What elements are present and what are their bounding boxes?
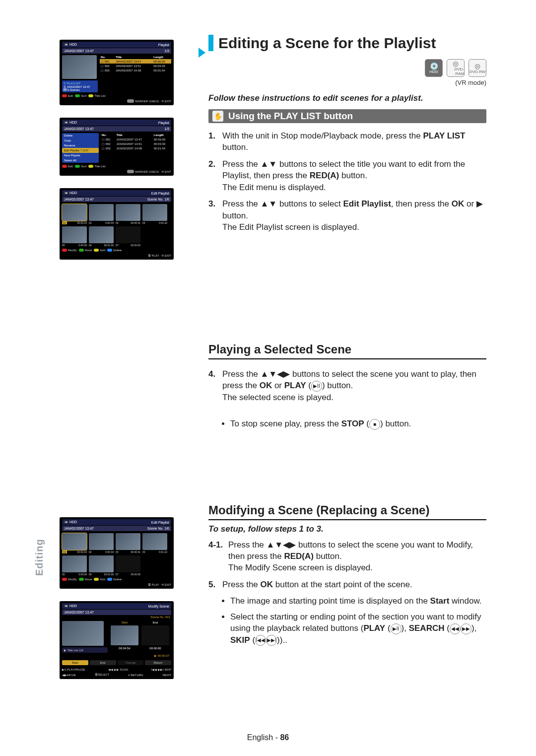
mode-icon-dvdram: ◎DVD-RAM	[447, 59, 465, 77]
osd-hdd: 📼 HDD	[64, 43, 77, 47]
osd-editplaylist-grid: 📼 HDD Edit Playlist JAN/02/2007 13:47 Sc…	[60, 188, 174, 260]
osd-title-table: No.TitleLength ▢ 001JAN/02/2007 13:4700:…	[100, 55, 171, 72]
osd-editmenu: 📼 HDD Playlist JAN/02/2007 13:47 1/3 Del…	[60, 118, 174, 176]
mode-row: 💿HDD ◎DVD-RAM ◎DVD-RW (VR mode)	[208, 59, 486, 86]
search-fwd-icon: ▶▶	[461, 623, 471, 634]
side-tab-editing: Editing	[34, 539, 45, 576]
page-root: Editing 📼 HDD Playlist JAN/02/2007 13:47…	[0, 0, 536, 756]
play-icon: ▶II	[311, 381, 322, 392]
play-icon: ▶II	[391, 623, 402, 634]
bullets-modifying: The image and starting point time is dis…	[230, 595, 486, 646]
mode-icon-dvdrw: ◎DVD-RW	[469, 59, 486, 77]
skip-rev-icon: I◀◀	[255, 635, 266, 646]
steps-4-1-5: 4-1. Press the ▲▼◀▶ buttons to select th…	[208, 539, 486, 591]
search-rev-icon: ◀◀	[450, 623, 461, 634]
osd-editplaylist-grid2: 📼 HDD Edit Playlist JAN/02/2007 13:47 Sc…	[60, 517, 174, 589]
osd-modify-scene: 📼 HDD Modify Scene JAN/02/2007 13:47 Sce…	[60, 601, 174, 679]
osd-edit-menu: Delete Copy Rename Edit Playlist 7 13:47…	[62, 133, 99, 163]
page-footer: English - 86	[0, 733, 536, 742]
stop-icon: ■	[369, 419, 380, 430]
osd-count: 1/3	[164, 49, 169, 53]
page-title: Editing a Scene for the Playlist	[208, 35, 486, 51]
setup-note: To setup, follow steps 1 to 3.	[208, 524, 486, 534]
bullets-playing: To stop scene play, press the STOP (■) b…	[230, 418, 486, 430]
follow-instruction: Follow these instructions to edit scenes…	[208, 93, 486, 103]
osd-playlist: 📼 HDD Playlist JAN/02/2007 13:47 1/3 ↻ P…	[60, 40, 174, 105]
hand-icon: ✋	[212, 111, 223, 122]
left-column-lower: 📼 HDD Edit Playlist JAN/02/2007 13:47 Sc…	[60, 517, 179, 691]
mode-note: (VR mode)	[455, 79, 486, 86]
mode-icon-hdd: 💿HDD	[425, 59, 443, 77]
right-column: Editing a Scene for the Playlist 💿HDD ◎D…	[208, 35, 486, 650]
steps-1-3: 1. With the unit in Stop mode/Playback m…	[208, 130, 486, 233]
osd-thumb-main	[62, 55, 97, 79]
skip-fwd-icon: ▶▶I	[266, 635, 277, 646]
left-column: 📼 HDD Playlist JAN/02/2007 13:47 1/3 ↻ P…	[60, 40, 179, 272]
step-4: 4. Press the ▲▼◀▶ buttons to select the …	[208, 368, 486, 403]
osd-datetime: JAN/02/2007 13:47	[64, 49, 94, 53]
section-title-playing: Playing a Selected Scene	[208, 343, 486, 359]
section-banner-playlist: ✋ Using the PLAY LIST button	[208, 109, 486, 123]
arrow-callout-icon	[199, 48, 205, 58]
osd-playlist-label: Playlist	[158, 43, 169, 47]
section-title-modifying: Modifying a Scene (Replacing a Scene)	[208, 503, 486, 520]
